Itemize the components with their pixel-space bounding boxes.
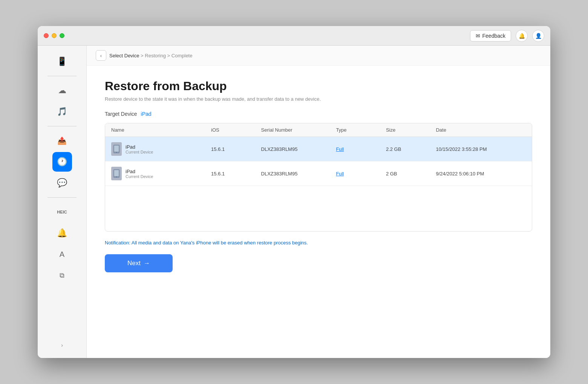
breadcrumb-text: Select Device > Restoring > Complete [109, 53, 192, 58]
table-empty-space [105, 186, 532, 231]
notification-text: Notification: All media and data on Yana… [105, 239, 532, 247]
page-content: Restore from Backup Restore device to th… [87, 66, 550, 358]
back-chevron-icon: ‹ [100, 53, 102, 58]
breadcrumb-step-select: Select Device [109, 53, 139, 58]
sidebar-item-heic[interactable]: HEIC [52, 202, 72, 222]
sidebar: 📱 ☁ 🎵 📤 🕐 💬 HEIC 🔔 [38, 46, 87, 358]
cell-ios-1: 15.6.1 [211, 146, 261, 152]
back-button[interactable]: ‹ [96, 50, 106, 61]
sidebar-item-cloud[interactable]: ☁ [52, 81, 72, 100]
next-button[interactable]: Next → [105, 254, 173, 272]
chat-icon: 💬 [57, 178, 67, 188]
breadcrumb-step-complete: Complete [172, 53, 193, 58]
device-sub-1: Current Device [126, 150, 153, 154]
device-cell-2: iPad Current Device [111, 167, 211, 180]
cell-serial-1: DLXZ383RLM95 [261, 146, 336, 152]
feedback-label: Feedback [482, 33, 505, 39]
cell-ios-2: 15.6.1 [211, 171, 261, 177]
svg-point-5 [116, 177, 117, 177]
page-title: Restore from Backup [105, 79, 532, 93]
sidebar-item-bell[interactable]: 🔔 [52, 223, 72, 243]
copy-icon: ⧉ [60, 272, 64, 280]
user-icon: 👤 [535, 33, 542, 39]
sidebar-expand-button[interactable]: › [52, 338, 72, 352]
col-header-date: Date [436, 127, 526, 133]
sidebar-item-transfer[interactable]: 📤 [52, 131, 72, 151]
maximize-button[interactable] [60, 33, 64, 38]
device-sub-2: Current Device [126, 174, 153, 179]
notification-bell-button[interactable]: 🔔 [516, 30, 528, 42]
cell-size-1: 2.2 GB [386, 146, 436, 152]
breadcrumb-separator-1: > [141, 53, 145, 58]
phone-icon: 📱 [57, 57, 67, 66]
heic-icon: HEIC [57, 210, 67, 214]
main-layout: 📱 ☁ 🎵 📤 🕐 💬 HEIC 🔔 [38, 46, 550, 358]
sidebar-divider-2 [47, 126, 77, 126]
type-link-1[interactable]: Full [336, 146, 344, 152]
expand-chevron-icon: › [61, 342, 63, 348]
bell-icon: 🔔 [519, 33, 525, 39]
sidebar-item-restore[interactable]: 🕐 [52, 152, 72, 172]
music-icon: 🎵 [57, 107, 67, 117]
breadcrumb-separator-2: > [167, 53, 172, 58]
device-thumbnail-icon-2 [111, 167, 122, 180]
type-link-2[interactable]: Full [336, 171, 344, 177]
col-header-ios: iOS [211, 127, 261, 133]
device-thumbnail-icon-1 [111, 142, 122, 156]
transfer-icon: 📤 [57, 136, 67, 145]
sidebar-item-copy[interactable]: ⧉ [52, 266, 72, 285]
cell-type-1: Full [336, 146, 386, 152]
table-header: Name iOS Serial Number Type Size Date [105, 123, 532, 137]
feedback-mail-icon: ✉ [476, 33, 480, 39]
svg-rect-4 [114, 170, 119, 176]
minimize-button[interactable] [52, 33, 57, 38]
svg-point-2 [116, 152, 117, 153]
content-area: ‹ Select Device > Restoring > Complete R… [87, 46, 550, 358]
next-button-label: Next [127, 260, 141, 267]
user-profile-button[interactable]: 👤 [532, 30, 544, 42]
table-row[interactable]: iPad Current Device 15.6.1 DLXZ383RLM95 … [105, 161, 532, 186]
cloud-icon: ☁ [58, 86, 66, 95]
appstore-icon: A [60, 250, 64, 259]
cell-serial-2: DLXZ383RLM95 [261, 171, 336, 177]
breadcrumb-step-restoring: Restoring [145, 53, 166, 58]
app-window: ✉ Feedback 🔔 👤 📱 ☁ 🎵 [38, 26, 550, 358]
sidebar-item-phone[interactable]: 📱 [52, 52, 72, 71]
clock-icon: 🕐 [57, 157, 67, 167]
col-header-name: Name [111, 127, 211, 133]
col-header-type: Type [336, 127, 386, 133]
device-name-1: iPad [126, 144, 153, 150]
notification-device: Yana's iPhone [180, 240, 211, 246]
traffic-lights [44, 33, 64, 38]
col-header-size: Size [386, 127, 436, 133]
backup-table: Name iOS Serial Number Type Size Date [105, 123, 532, 232]
notification-prefix: Notification: All media and data on [105, 240, 180, 246]
cell-size-2: 2 GB [386, 171, 436, 177]
next-button-arrow: → [144, 260, 150, 267]
title-bar: ✉ Feedback 🔔 👤 [38, 26, 550, 46]
svg-rect-1 [114, 146, 119, 152]
target-device-label: Target Device [105, 111, 137, 117]
notification-suffix: will be erased when restore process begi… [211, 240, 308, 246]
cell-date-2: 9/24/2022 5:06:10 PM [436, 171, 526, 177]
sidebar-item-music[interactable]: 🎵 [52, 102, 72, 121]
sidebar-divider-1 [47, 76, 77, 76]
sidebar-item-appstore[interactable]: A [52, 244, 72, 264]
col-header-serial: Serial Number [261, 127, 336, 133]
close-button[interactable] [44, 33, 49, 38]
feedback-button[interactable]: ✉ Feedback [470, 30, 511, 41]
sidebar-item-chat[interactable]: 💬 [52, 173, 72, 193]
page-subtitle: Restore device to the state it was in wh… [105, 96, 532, 102]
table-row[interactable]: iPad Current Device 15.6.1 DLXZ383RLM95 … [105, 137, 532, 161]
cell-type-2: Full [336, 170, 386, 177]
cell-date-1: 10/15/2022 3:55:28 PM [436, 146, 526, 152]
bell-sidebar-icon: 🔔 [57, 228, 67, 238]
target-device-value: iPad [141, 111, 152, 117]
device-cell-1: iPad Current Device [111, 142, 211, 156]
titlebar-actions: ✉ Feedback 🔔 👤 [470, 30, 544, 42]
device-name-2: iPad [126, 169, 153, 174]
sidebar-divider-3 [47, 197, 77, 198]
breadcrumb: ‹ Select Device > Restoring > Complete [87, 46, 550, 66]
target-device-row: Target Device iPad [105, 111, 532, 117]
